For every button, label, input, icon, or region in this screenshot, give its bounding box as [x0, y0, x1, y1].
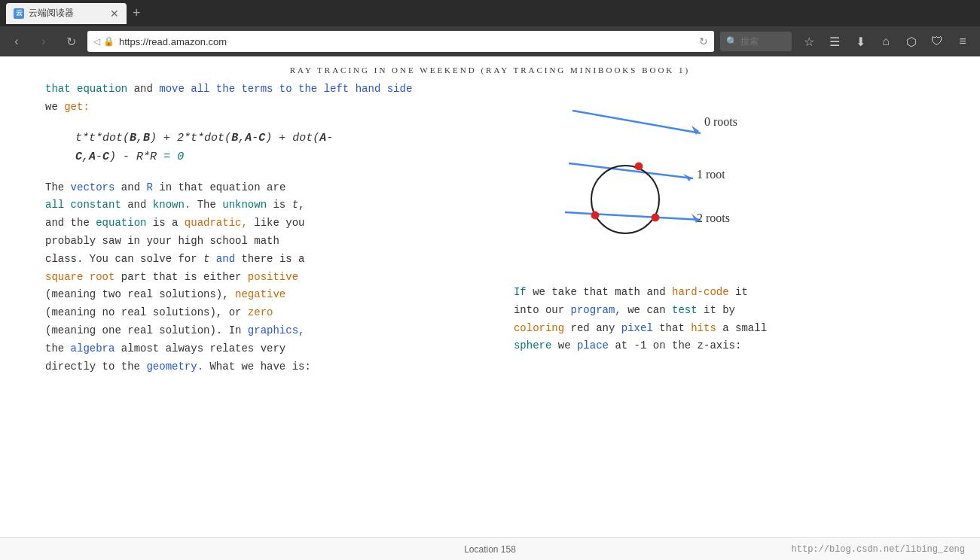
search-bar-container: 🔍 — [720, 32, 792, 51]
svg-line-5 — [565, 212, 701, 220]
right-p-test: test — [672, 304, 704, 316]
pocket-button[interactable]: ⬡ — [900, 30, 923, 53]
bottom-bar: Location 158 http://blog.csdn.net/libing… — [0, 537, 980, 560]
p1-in: in that equation are — [159, 181, 285, 193]
p1-and2: and — [127, 199, 153, 211]
bottom-right-link: http://blog.csdn.net/libing_zeng — [792, 544, 965, 555]
p1-the-unknown: The — [197, 199, 223, 211]
p1-start: The — [45, 181, 71, 193]
svg-point-9 — [635, 163, 643, 170]
right-p-it2: it by — [704, 304, 735, 316]
address-bar-container: ◁ 🔒 ↻ — [87, 31, 714, 52]
lock-icon: 🔒 — [103, 36, 114, 47]
address-input[interactable] — [119, 36, 695, 47]
intro-text-normal: and — [134, 83, 160, 95]
right-p-program: program, — [571, 304, 628, 316]
intro-paragraph: that equation and move all the terms to … — [45, 81, 422, 117]
forward-button[interactable]: › — [33, 31, 54, 52]
back-small-icon: ◁ — [93, 36, 100, 47]
tab-favicon: 云 — [14, 8, 24, 19]
svg-text:0 roots: 0 roots — [704, 115, 737, 128]
refresh-small-icon[interactable]: ↻ — [699, 35, 708, 47]
svg-text:1 root: 1 root — [697, 168, 725, 181]
p1-square-root: square root — [45, 271, 121, 283]
right-column: 0 roots 1 root 2 roots — [452, 81, 829, 560]
shield-button[interactable]: 🛡 — [926, 30, 948, 53]
right-p-that: that — [659, 322, 691, 334]
eq-part2: C,A-C) - R*R = 0 — [75, 151, 184, 163]
bookmark-button[interactable]: ☆ — [798, 30, 820, 53]
right-p-place: place — [577, 339, 615, 352]
download-button[interactable]: ⬇ — [849, 30, 872, 53]
active-tab[interactable]: 云 云端阅读器 ✕ — [6, 3, 127, 24]
right-p-at: at -1 on the z-axis: — [615, 339, 741, 352]
content-area: RAY TRACING IN ONE WEEKEND (RAY TRACING … — [0, 56, 980, 560]
search-input[interactable] — [740, 36, 786, 47]
intro-text-blue: move all the terms to the left hand side — [159, 83, 412, 95]
p1-meaning1: (meaning two real solutions), — [45, 288, 235, 300]
svg-text:2 roots: 2 roots — [697, 212, 730, 224]
diagram-area: 0 roots 1 root 2 roots — [527, 88, 753, 239]
p1-part: part that is either — [121, 271, 248, 283]
paragraph1: The vectors and R in that equation are a… — [45, 179, 422, 376]
svg-line-0 — [572, 111, 701, 133]
equation-block: t*t*dot(B,B) + 2*t*dot(B,A-C) + dot(A- C… — [75, 129, 422, 167]
intro-text-normal2: we — [45, 101, 64, 113]
right-p-we-place: we — [558, 339, 577, 352]
right-p-sphere: sphere — [514, 339, 558, 352]
p1-and: and — [121, 181, 147, 193]
tab-close-button[interactable]: ✕ — [110, 8, 119, 19]
p1-algebra: the — [45, 342, 71, 355]
intro-text-teal: that equation — [45, 83, 134, 95]
right-p-we-can: we can — [627, 304, 672, 316]
p1-quadratic: quadratic, — [185, 217, 254, 229]
refresh-button[interactable]: ↻ — [60, 31, 81, 52]
right-p-coloring: coloring — [514, 322, 571, 334]
main-content: that equation and move all the terms to … — [0, 81, 980, 560]
p1-geometry: geometry. — [146, 361, 209, 373]
right-p-pixel: pixel — [621, 322, 659, 334]
p1-is-a: is a — [153, 217, 185, 229]
p1-vectors: vectors — [71, 181, 121, 193]
menu-button[interactable]: ≡ — [951, 30, 974, 53]
p1-positive: positive — [248, 271, 298, 283]
p1-equation: equation — [96, 217, 153, 229]
svg-point-7 — [591, 212, 599, 219]
right-p-red: red any — [571, 322, 621, 334]
location-label: Location 158 — [464, 544, 516, 555]
right-p-hits: hits — [691, 322, 722, 334]
eq-part1: t*t*dot(B,B) + 2*t*dot(B,A-C) + dot(A- — [75, 132, 333, 145]
new-tab-button[interactable]: + — [130, 5, 144, 21]
browser-titlebar: 云 云端阅读器 ✕ + — [0, 0, 980, 26]
p1-there-is: there is a — [241, 253, 304, 265]
p1-meaning2: (meaning no real solutions), or — [45, 306, 248, 318]
p1-algebra2: algebra — [71, 342, 121, 355]
right-p-we-take: we take that math and — [533, 286, 672, 298]
p1-negative: negative — [235, 288, 285, 300]
p1-what-we: What we have is: — [209, 361, 310, 373]
tab-bar: 云 云端阅读器 ✕ + — [6, 3, 974, 24]
reader-mode-button[interactable]: ☰ — [823, 30, 846, 53]
address-bar-icons: ◁ 🔒 — [93, 36, 114, 47]
p1-unknown: unknown — [222, 199, 273, 211]
p1-zero: zero — [248, 306, 273, 318]
tab-title: 云端阅读器 — [29, 7, 74, 20]
left-column: that equation and move all the terms to … — [45, 81, 422, 560]
right-p-a-small: a small — [722, 322, 767, 334]
right-p-if-word: If — [514, 286, 533, 298]
home-button[interactable]: ⌂ — [875, 30, 897, 53]
p1-r: R — [146, 181, 159, 193]
search-icon: 🔍 — [726, 36, 737, 47]
intro-text-orange: get: — [64, 101, 90, 113]
right-paragraph: If we take that math and hard-code it in… — [514, 284, 767, 355]
roots-diagram: 0 roots 1 root 2 roots — [527, 88, 753, 239]
toolbar-icons: ☆ ☰ ⬇ ⌂ ⬡ 🛡 ≡ — [798, 30, 974, 53]
address-bar-row: ‹ › ↻ ◁ 🔒 ↻ 🔍 ☆ ☰ ⬇ ⌂ ⬡ 🛡 ≡ — [0, 26, 980, 56]
p1-meaning3: (meaning one real solution). In — [45, 324, 248, 336]
svg-point-8 — [652, 214, 659, 221]
p1-and3: and — [216, 253, 242, 265]
back-button[interactable]: ‹ — [6, 31, 27, 52]
p1-all-constant: all constant — [45, 199, 127, 211]
p1-known: known. — [153, 199, 197, 211]
book-title: RAY TRACING IN ONE WEEKEND (RAY TRACING … — [0, 56, 980, 81]
